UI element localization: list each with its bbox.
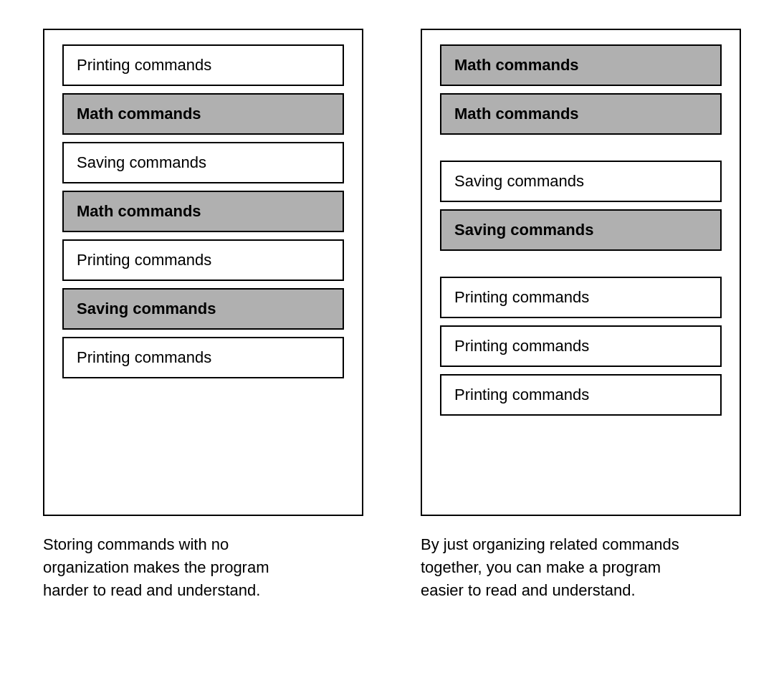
left-list-item-6[interactable]: Printing commands — [62, 337, 344, 378]
left-list-item-4[interactable]: Printing commands — [62, 239, 344, 281]
left-list-box: Printing commandsMath commandsSaving com… — [43, 29, 363, 516]
left-list-item-0[interactable]: Printing commands — [62, 44, 344, 86]
main-container: Printing commandsMath commandsSaving com… — [43, 29, 741, 602]
left-caption: Storing commands with no organization ma… — [43, 533, 315, 602]
right-list-item-g0-0[interactable]: Math commands — [440, 44, 722, 86]
left-list-item-2[interactable]: Saving commands — [62, 142, 344, 183]
left-list-item-5[interactable]: Saving commands — [62, 288, 344, 330]
left-column: Printing commandsMath commandsSaving com… — [43, 29, 363, 602]
right-list-item-g2-0[interactable]: Printing commands — [440, 277, 722, 318]
right-list-box: Math commandsMath commandsSaving command… — [421, 29, 741, 516]
group-gap-0 — [440, 142, 722, 153]
left-list-item-3[interactable]: Math commands — [62, 191, 344, 232]
group-gap-1 — [440, 258, 722, 269]
right-list-item-g1-0[interactable]: Saving commands — [440, 161, 722, 202]
right-list-item-g0-1[interactable]: Math commands — [440, 93, 722, 135]
right-column: Math commandsMath commandsSaving command… — [421, 29, 741, 602]
right-caption: By just organizing related commands toge… — [421, 533, 693, 602]
left-list-item-1[interactable]: Math commands — [62, 93, 344, 135]
right-list-item-g1-1[interactable]: Saving commands — [440, 209, 722, 251]
right-list-item-g2-1[interactable]: Printing commands — [440, 325, 722, 367]
right-list-item-g2-2[interactable]: Printing commands — [440, 374, 722, 416]
